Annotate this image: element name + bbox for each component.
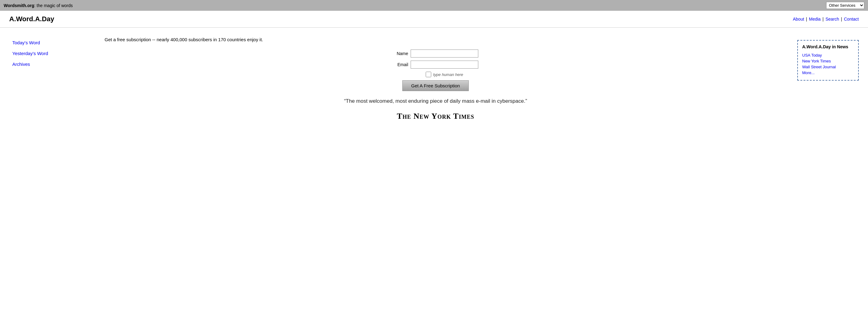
news-link-usa-today[interactable]: USA Today	[802, 53, 854, 58]
header: A.Word.A.Day About | Media | Search | Co…	[0, 11, 868, 28]
other-services-dropdown[interactable]: Other Services AWAD Anagram Solver Words…	[826, 2, 864, 9]
center-content: Get a free subscription -- nearly 400,00…	[74, 37, 797, 122]
email-label: Email	[393, 62, 408, 67]
left-sidebar: Today's Word Yesterday's Word Archives	[12, 37, 74, 122]
name-input[interactable]	[411, 50, 478, 58]
nav-contact[interactable]: Contact	[844, 17, 859, 22]
human-check-row: type human here	[408, 72, 463, 77]
subscription-tagline: Get a free subscription -- nearly 400,00…	[86, 37, 785, 42]
nav-sep-2: |	[823, 17, 824, 22]
email-row: Email	[393, 61, 478, 69]
site-name: Wordsmith.org	[4, 3, 34, 8]
human-checkbox[interactable]	[426, 72, 431, 77]
nav-sep-1: |	[806, 17, 807, 22]
top-bar: Wordsmith.org: the magic of words Other …	[0, 0, 868, 11]
quote-block: “The most welcomed, most enduring piece …	[86, 97, 785, 122]
email-input[interactable]	[411, 61, 478, 69]
site-tagline: Wordsmith.org: the magic of words	[4, 3, 73, 8]
subscribe-button[interactable]: Get A Free Subscription	[402, 80, 469, 91]
quote-text: “The most welcomed, most enduring piece …	[86, 97, 785, 105]
news-box-title: A.Word.A.Day in News	[802, 44, 854, 49]
nav-about[interactable]: About	[793, 17, 804, 22]
right-sidebar: A.Word.A.Day in News USA Today New York …	[797, 37, 859, 122]
nav-links: About | Media | Search | Contact	[793, 17, 859, 22]
news-link-nyt[interactable]: New York Times	[802, 59, 854, 63]
human-check-label: type human here	[433, 72, 463, 77]
nyt-logo: The New York Times	[86, 110, 785, 122]
site-title: A.Word.A.Day	[9, 15, 54, 23]
nav-search[interactable]: Search	[826, 17, 839, 22]
site-tagline-rest: : the magic of words	[34, 3, 72, 8]
name-row: Name	[393, 50, 478, 58]
todays-word-link[interactable]: Today's Word	[12, 40, 74, 45]
news-box: A.Word.A.Day in News USA Today New York …	[797, 40, 859, 81]
nav-sep-3: |	[841, 17, 842, 22]
nav-media[interactable]: Media	[809, 17, 820, 22]
main-content: Today's Word Yesterday's Word Archives G…	[0, 28, 868, 131]
news-link-more[interactable]: More...	[802, 70, 854, 75]
news-link-wsj[interactable]: Wall Street Journal	[802, 65, 854, 69]
name-label: Name	[393, 51, 408, 56]
archives-link[interactable]: Archives	[12, 62, 74, 67]
yesterdays-word-link[interactable]: Yesterday's Word	[12, 51, 74, 56]
subscription-form: Name Email type human here Get A Free Su…	[86, 50, 785, 91]
